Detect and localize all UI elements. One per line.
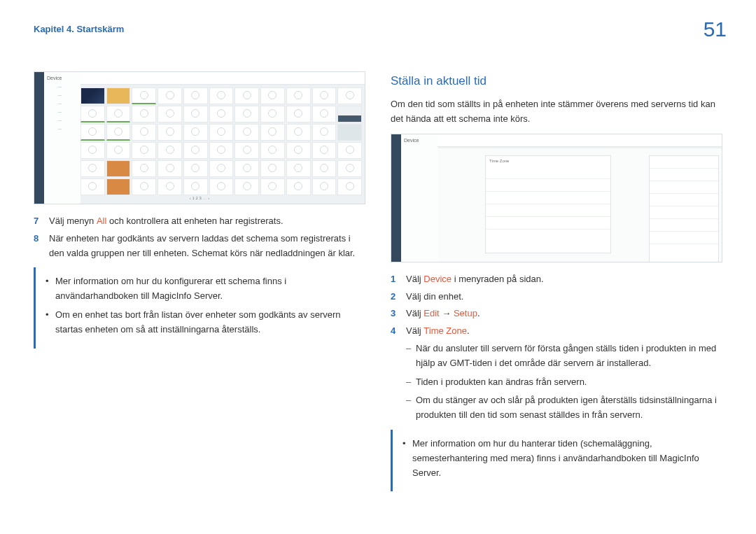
step-text: Välj Device i menyraden på sidan. [406,272,544,287]
step-1: 1 Välj Device i menyraden på sidan. [391,272,722,287]
step-8: 8 När enheten har godkänts av servern la… [34,232,365,261]
sublist-item: När du ansluter till servern för första … [406,342,722,371]
note-item: Mer information om hur du hanterar tiden… [402,437,714,480]
breadcrumb: Kapitel 4. Startskärm [34,22,124,37]
step-text: Välj menyn All och kontrollera att enhet… [49,214,284,229]
page-number: 51 [704,13,727,46]
section-title: Ställa in aktuell tid [391,71,722,90]
right-steps: 1 Välj Device i menyraden på sidan. 2 Vä… [391,272,722,339]
left-note-box: Mer information om hur du konfigurerar e… [34,267,365,348]
step-text: Välj Edit → Setup. [406,307,480,321]
step-2: 2 Välj din enhet. [391,290,722,304]
step-number: 1 [391,272,399,287]
step-7: 7 Välj menyn All och kontrollera att enh… [34,214,365,229]
screenshot-device-grid: Device ——— ——— ‹ 1 2 3 … › [34,71,365,204]
page-header: Kapitel 4. Startskärm 51 [0,0,756,52]
right-sublist: När du ansluter till servern för första … [406,342,722,423]
step-number: 4 [391,324,399,339]
sublist-item: Om du stänger av och slår på produkten i… [406,393,722,423]
step-number: 3 [391,307,399,321]
right-note-box: Mer information om hur du hanterar tiden… [391,430,722,491]
left-steps: 7 Välj menyn All och kontrollera att enh… [34,214,365,260]
step-number: 7 [34,214,42,229]
note-item: Om en enhet tas bort från listan över en… [46,308,357,337]
step-text: När enheten har godkänts av servern ladd… [49,232,365,261]
step-text: Välj din enhet. [406,290,463,304]
step-3: 3 Välj Edit → Setup. [391,307,722,321]
intro-text: Om den tid som ställts in på enheten int… [391,97,722,127]
timezone-dialog: Time Zone [485,155,611,253]
step-number: 8 [34,232,42,261]
sublist-item: Tiden i produkten kan ändras från server… [406,375,722,390]
note-item: Mer information om hur du konfigurerar e… [46,274,357,304]
device-thumbnail-grid [80,87,362,197]
right-column: Ställa in aktuell tid Om den tid som stä… [391,71,722,491]
step-text: Välj Time Zone. [406,324,470,339]
step-number: 2 [391,290,399,304]
step-4: 4 Välj Time Zone. [391,324,722,339]
device-list-panel [649,155,719,262]
screenshot-timezone-dialog: Device Time Zone [391,134,722,262]
left-column: Device ——— ——— ‹ 1 2 3 … › 7 Välj menyn [34,71,365,491]
